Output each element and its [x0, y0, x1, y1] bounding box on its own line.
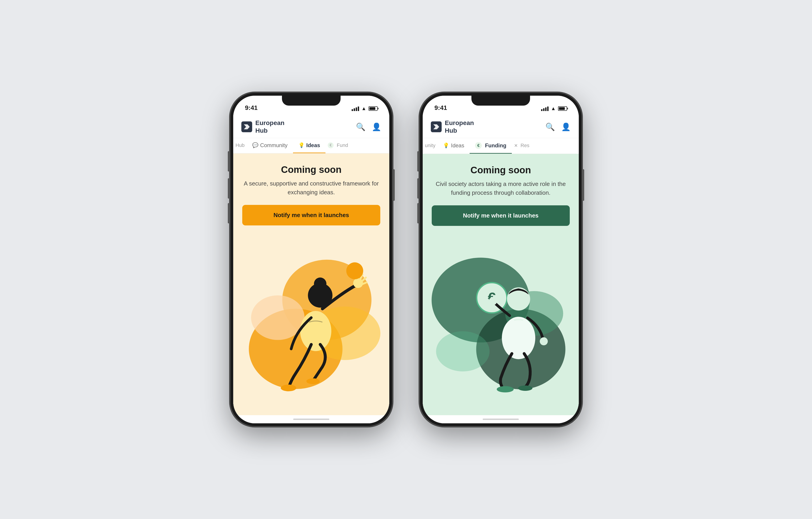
svg-point-8 — [353, 278, 363, 288]
tab-res-partial-2[interactable]: ✕Res — [512, 138, 532, 154]
screen-main-1: Coming soon A secure, supportive and con… — [233, 154, 389, 415]
ideas-tab-icon-2: 💡 — [443, 143, 449, 148]
tab-ideas-2[interactable]: 💡 Ideas — [438, 138, 470, 154]
logo-icon-1 — [241, 121, 252, 132]
status-icons-1: ▲ — [352, 106, 378, 111]
coming-soon-desc-2: Civil society actors taking a more activ… — [432, 180, 570, 197]
svg-point-16 — [306, 378, 320, 384]
status-bar-2: 9:41 ▲ — [423, 96, 579, 114]
svg-point-24 — [507, 288, 530, 311]
app-header-2: EuropeanHub 🔍 👤 — [423, 114, 579, 138]
status-icons-2: ▲ — [541, 106, 567, 111]
svg-marker-17 — [433, 124, 439, 129]
battery-icon-2 — [558, 106, 567, 111]
wifi-icon-2: ▲ — [551, 106, 556, 111]
profile-icon-2[interactable]: 👤 — [561, 122, 571, 131]
svg-point-29 — [518, 385, 532, 391]
tab-funding-1[interactable]: €Fund — [325, 138, 350, 153]
search-icon-1[interactable]: 🔍 — [356, 122, 366, 131]
logo-text-2: EuropeanHub — [445, 119, 474, 134]
phone-2: 9:41 ▲ — [419, 92, 582, 427]
wifi-icon-1: ▲ — [361, 106, 366, 111]
logo-icon-2 — [431, 121, 442, 132]
notify-button-1[interactable]: Notify me when it launches — [242, 205, 380, 225]
illustration-1 — [233, 234, 389, 415]
logo-area-1: EuropeanHub — [241, 119, 284, 134]
app-header-1: EuropeanHub 🔍 👤 — [233, 114, 389, 138]
tab-community-partial-2[interactable]: unity — [423, 138, 438, 154]
header-icons-2: 🔍 👤 — [545, 122, 571, 131]
notify-button-2[interactable]: Notify me when it launches — [432, 206, 570, 226]
svg-point-14 — [346, 263, 363, 279]
nav-tabs-2: unity 💡 Ideas € Funding ✕Res — [423, 138, 579, 154]
tab-ideas-label-1: Ideas — [306, 142, 320, 148]
home-indicator-2 — [423, 415, 579, 423]
tab-hub-1[interactable]: Hub — [233, 138, 247, 153]
illustration-2: € — [423, 234, 579, 415]
header-icons-1: 🔍 👤 — [356, 122, 381, 131]
battery-icon-1 — [369, 106, 378, 111]
funding-tab-icon-2: € — [475, 142, 482, 149]
nav-tabs-1: Hub 💬 Community 💡 Ideas €Fund — [233, 138, 389, 154]
status-time-1: 9:41 — [245, 104, 258, 111]
community-tab-icon-1: 💬 — [252, 142, 258, 148]
svg-point-26 — [489, 297, 497, 305]
profile-icon-1[interactable]: 👤 — [372, 122, 381, 131]
tab-ideas-1[interactable]: 💡 Ideas — [293, 138, 325, 153]
coming-soon-desc-1: A secure, supportive and constructive fr… — [242, 179, 380, 197]
notch-1 — [282, 96, 341, 106]
coming-soon-1: Coming soon A secure, supportive and con… — [233, 154, 389, 234]
svg-point-21 — [436, 331, 489, 372]
tab-ideas-label-2: Ideas — [451, 142, 464, 149]
svg-point-15 — [281, 385, 296, 391]
signal-icon-2 — [541, 106, 549, 111]
tab-funding-2[interactable]: € Funding — [470, 138, 512, 154]
status-bar-1: 9:41 ▲ — [233, 96, 389, 114]
coming-soon-2: Coming soon Civil society actors taking … — [423, 154, 579, 234]
phone-2-screen: 9:41 ▲ — [423, 96, 579, 423]
illustration-svg-2: € — [423, 234, 579, 415]
logo-area-2: EuropeanHub — [431, 119, 474, 134]
svg-point-25 — [502, 317, 535, 359]
tab-funding-label-2: Funding — [485, 142, 506, 149]
coming-soon-title-2: Coming soon — [432, 165, 570, 175]
phone-1-screen: 9:41 ▲ — [233, 96, 389, 423]
svg-marker-0 — [244, 124, 250, 129]
signal-icon-1 — [352, 106, 359, 111]
status-time-2: 9:41 — [434, 104, 447, 111]
svg-point-27 — [540, 337, 548, 346]
tab-community-1[interactable]: 💬 Community — [247, 138, 293, 153]
svg-point-28 — [497, 386, 514, 392]
phones-container: 9:41 ▲ — [230, 92, 582, 427]
illustration-svg-1 — [233, 234, 389, 415]
screen-main-2: Coming soon Civil society actors taking … — [423, 154, 579, 415]
logo-text-1: EuropeanHub — [255, 119, 284, 134]
svg-point-6 — [314, 277, 326, 290]
coming-soon-title-1: Coming soon — [242, 164, 380, 175]
tab-community-label-1: Community — [260, 142, 287, 148]
svg-point-7 — [300, 311, 331, 351]
home-indicator-1 — [233, 415, 389, 423]
notch-2 — [471, 96, 530, 106]
phone-1: 9:41 ▲ — [230, 92, 393, 427]
search-icon-2[interactable]: 🔍 — [545, 122, 555, 131]
ideas-tab-icon-1: 💡 — [298, 142, 304, 148]
